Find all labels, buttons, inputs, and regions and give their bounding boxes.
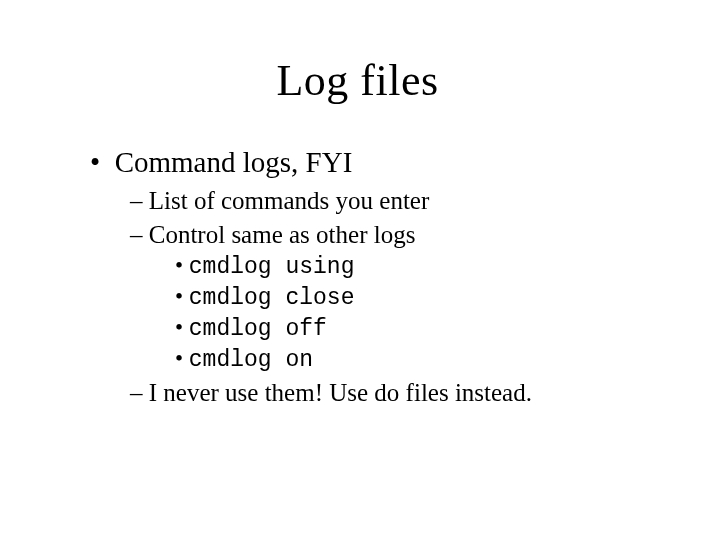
slide-title: Log files	[55, 55, 660, 106]
bullet-control-same: Control same as other logs	[130, 221, 660, 249]
bullet-cmdlog-on: cmdlog on	[175, 346, 660, 373]
code-cmdlog-off: cmdlog off	[189, 316, 327, 342]
bullet-cmdlog-close: cmdlog close	[175, 284, 660, 311]
bullets-level2-top: List of commands you enter Control same …	[55, 187, 660, 249]
bullet-cmdlog-off: cmdlog off	[175, 315, 660, 342]
bullet-list-of-commands: List of commands you enter	[130, 187, 660, 215]
bullets-level2-bottom: I never use them! Use do files instead.	[55, 379, 660, 407]
code-cmdlog-close: cmdlog close	[189, 285, 355, 311]
code-cmdlog-on: cmdlog on	[189, 347, 313, 373]
bullets-level1: Command logs, FYI	[55, 146, 660, 179]
bullet-command-logs: Command logs, FYI	[90, 146, 660, 179]
code-cmdlog-using: cmdlog using	[189, 254, 355, 280]
bullet-cmdlog-using: cmdlog using	[175, 253, 660, 280]
bullet-never-use: I never use them! Use do files instead.	[130, 379, 660, 407]
slide: Log files Command logs, FYI List of comm…	[0, 0, 720, 540]
bullets-level3: cmdlog using cmdlog close cmdlog off cmd…	[55, 253, 660, 373]
